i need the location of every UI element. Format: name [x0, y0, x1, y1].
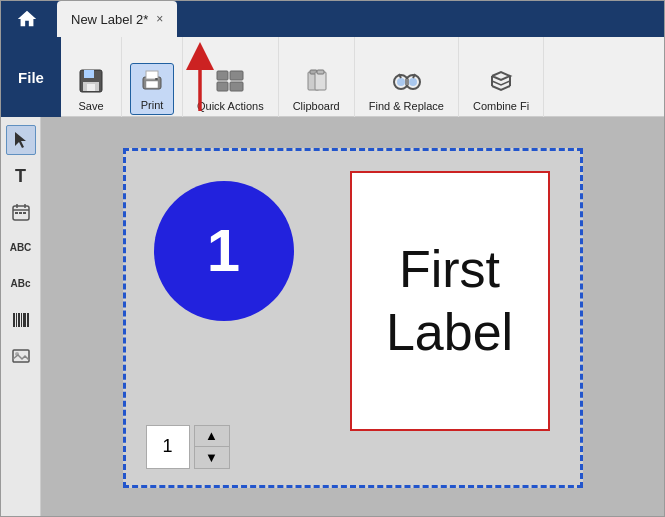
- svg-rect-39: [13, 350, 29, 362]
- page-stepper[interactable]: ▲ ▼: [194, 425, 230, 469]
- stepper-up[interactable]: ▲: [195, 426, 229, 447]
- svg-rect-3: [84, 70, 94, 78]
- home-button[interactable]: [1, 1, 53, 37]
- svg-rect-12: [230, 71, 243, 80]
- circle-element[interactable]: 1: [154, 181, 294, 321]
- svg-rect-8: [146, 71, 158, 79]
- select-tool[interactable]: [6, 125, 36, 155]
- page-number-display: 1: [146, 425, 190, 469]
- stepper-down[interactable]: ▼: [195, 447, 229, 468]
- svg-rect-5: [87, 84, 95, 91]
- save-label: Save: [78, 100, 103, 112]
- svg-rect-33: [13, 313, 15, 327]
- svg-rect-10: [217, 71, 228, 80]
- label-canvas: 1 First Label 1 ▲ ▼: [123, 148, 583, 488]
- save-button[interactable]: Save: [69, 65, 113, 115]
- clipboard-button[interactable]: Clipboard: [287, 65, 346, 115]
- file-label: File: [18, 69, 44, 86]
- ribbon: File Save: [1, 37, 664, 117]
- text-tool[interactable]: T: [6, 161, 36, 191]
- title-bar: New Label 2* ×: [1, 1, 664, 37]
- circle-number: 1: [207, 216, 240, 285]
- calendar-tool[interactable]: [6, 197, 36, 227]
- combine-group: Combine Fi: [459, 37, 544, 117]
- combine-label: Combine Fi: [473, 100, 529, 112]
- print-icon: [139, 67, 165, 97]
- abc-lower-icon: ABc: [10, 279, 30, 289]
- print-label: Print: [141, 99, 164, 111]
- image-tool[interactable]: [6, 341, 36, 371]
- main-area: T ABC ABc: [1, 117, 664, 517]
- svg-rect-13: [230, 82, 243, 91]
- print-button[interactable]: Print: [130, 63, 174, 115]
- quick-actions-group: Quick Actions: [183, 37, 279, 117]
- text-icon: T: [15, 166, 26, 187]
- file-menu-button[interactable]: File: [1, 37, 61, 117]
- tab-label: New Label 2*: [71, 12, 148, 27]
- page-number: 1: [162, 436, 172, 457]
- svg-rect-32: [23, 212, 26, 214]
- print-group: Print: [122, 37, 183, 117]
- svg-point-21: [409, 78, 417, 86]
- svg-rect-9: [155, 78, 158, 80]
- svg-rect-31: [19, 212, 22, 214]
- label-text-first: First: [399, 238, 500, 300]
- svg-rect-16: [315, 72, 326, 90]
- svg-rect-30: [15, 212, 18, 214]
- svg-rect-37: [23, 313, 26, 327]
- quick-actions-icon: [215, 68, 245, 98]
- label-text-label: Label: [386, 301, 513, 363]
- text-label-box[interactable]: First Label: [350, 171, 550, 431]
- svg-rect-22: [405, 79, 409, 85]
- abc-upper-icon: ABC: [10, 243, 32, 253]
- svg-marker-25: [15, 132, 26, 148]
- find-replace-group: Find & Replace: [355, 37, 459, 117]
- clipboard-label: Clipboard: [293, 100, 340, 112]
- barcode-tool[interactable]: [6, 305, 36, 335]
- svg-rect-36: [21, 313, 22, 327]
- abc-upper-tool[interactable]: ABC: [6, 233, 36, 263]
- clipboard-icon: [303, 68, 329, 98]
- abc-lower-tool[interactable]: ABc: [6, 269, 36, 299]
- svg-rect-34: [16, 313, 17, 327]
- svg-rect-38: [27, 313, 29, 327]
- combine-button[interactable]: Combine Fi: [467, 65, 535, 115]
- document-tab[interactable]: New Label 2* ×: [57, 1, 177, 37]
- quick-actions-label: Quick Actions: [197, 100, 264, 112]
- find-replace-icon: [391, 68, 421, 98]
- tab-area: New Label 2* ×: [57, 1, 177, 37]
- page-controls: 1 ▲ ▼: [146, 425, 230, 469]
- svg-rect-17: [317, 70, 324, 74]
- save-group: Save: [61, 37, 122, 117]
- find-replace-button[interactable]: Find & Replace: [363, 65, 450, 115]
- svg-point-19: [397, 78, 405, 86]
- find-replace-label: Find & Replace: [369, 100, 444, 112]
- save-icon: [78, 68, 104, 98]
- left-toolbar: T ABC ABc: [1, 117, 41, 517]
- svg-rect-7: [146, 81, 158, 88]
- svg-rect-11: [217, 82, 228, 91]
- tab-close-button[interactable]: ×: [156, 12, 163, 26]
- quick-actions-button[interactable]: Quick Actions: [191, 65, 270, 115]
- svg-rect-35: [18, 313, 20, 327]
- combine-icon: [488, 68, 514, 98]
- canvas-workspace[interactable]: 1 First Label 1 ▲ ▼: [41, 117, 664, 517]
- clipboard-group: Clipboard: [279, 37, 355, 117]
